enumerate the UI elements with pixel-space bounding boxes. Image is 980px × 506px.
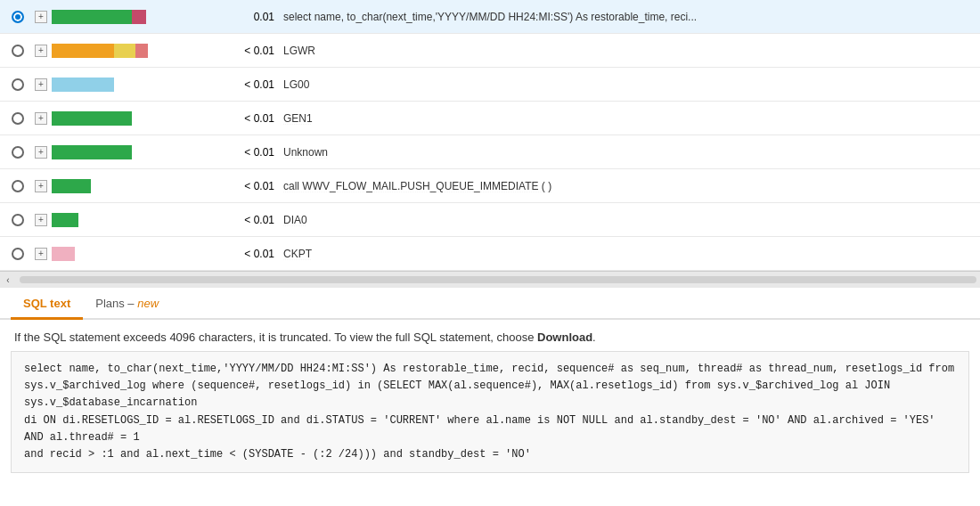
sql-cell: call WWV_FLOW_MAIL.PUSH_QUEUE_IMMEDIATE … <box>283 180 975 192</box>
bar-container <box>52 247 176 261</box>
bar-container <box>52 111 176 126</box>
bar-segment <box>52 247 75 261</box>
radio-button[interactable] <box>12 248 24 260</box>
bar-segment <box>52 10 132 24</box>
bar-cell <box>52 111 230 126</box>
value-cell: < 0.01 <box>230 248 283 260</box>
info-area: If the SQL statement exceeds 4096 charac… <box>0 320 980 351</box>
expand-icon[interactable]: + <box>35 45 47 57</box>
bar-container <box>52 44 176 58</box>
tab-plans[interactable]: Plans – new <box>83 290 171 320</box>
sql-cell: Unknown <box>283 146 975 159</box>
radio-button[interactable] <box>12 78 24 91</box>
bar-segment <box>135 44 148 58</box>
value-cell: < 0.01 <box>230 112 283 125</box>
radio-button[interactable] <box>12 112 24 125</box>
table-row[interactable]: +< 0.01DIA0 <box>0 203 980 237</box>
sql-code-line: and recid > :1 and al.next_time < (SYSDA… <box>24 446 956 463</box>
table-row[interactable]: +< 0.01LGWR <box>0 34 980 68</box>
expand-cell: + <box>30 214 52 226</box>
bar-container <box>52 213 176 227</box>
sql-cell: CKPT <box>283 248 975 260</box>
bar-segment <box>52 44 114 58</box>
bar-cell <box>52 247 230 261</box>
bar-container <box>52 145 176 159</box>
bar-segment <box>52 111 132 126</box>
value-cell: < 0.01 <box>230 180 283 192</box>
expand-icon[interactable]: + <box>35 112 47 125</box>
scrollbar-track[interactable] <box>20 276 976 283</box>
table-area: +0.01select name, to_char(next_time,'YYY… <box>0 0 980 272</box>
value-cell: 0.01 <box>230 11 283 23</box>
expand-icon[interactable]: + <box>35 78 47 91</box>
sql-code-line: di ON di.RESETLOGS_ID = al.RESETLOGS_ID … <box>24 412 956 446</box>
radio-button[interactable] <box>12 11 24 23</box>
bar-cell <box>52 44 230 58</box>
sql-cell: LG00 <box>283 78 975 91</box>
sql-code-line: sys.v_$archived_log where (sequence#, re… <box>24 378 956 412</box>
expand-cell: + <box>30 146 52 159</box>
expand-icon[interactable]: + <box>35 180 47 192</box>
radio-button[interactable] <box>12 180 24 192</box>
download-link[interactable]: Download <box>537 331 592 344</box>
tab-sql-text[interactable]: SQL text <box>11 290 83 320</box>
table-row[interactable]: +< 0.01CKPT <box>0 237 980 271</box>
bar-segment <box>114 44 135 58</box>
bar-cell <box>52 10 230 24</box>
sql-cell: DIA0 <box>283 214 975 226</box>
scroll-left-button[interactable]: ‹ <box>0 272 16 288</box>
bar-segment <box>52 145 132 159</box>
expand-icon[interactable]: + <box>35 214 47 226</box>
radio-cell <box>5 180 30 192</box>
expand-icon[interactable]: + <box>35 248 47 260</box>
expand-cell: + <box>30 11 52 23</box>
bar-segment <box>52 213 78 227</box>
value-cell: < 0.01 <box>230 45 283 57</box>
radio-cell <box>5 112 30 125</box>
info-message: If the SQL statement exceeds 4096 charac… <box>14 331 966 344</box>
table-row[interactable]: +< 0.01GEN1 <box>0 102 980 135</box>
expand-icon[interactable]: + <box>35 146 47 159</box>
table-row[interactable]: +< 0.01Unknown <box>0 135 980 169</box>
bar-segment <box>52 78 114 92</box>
value-cell: < 0.01 <box>230 146 283 159</box>
bar-cell <box>52 78 230 92</box>
sql-cell: LGWR <box>283 45 975 57</box>
radio-button[interactable] <box>12 214 24 226</box>
expand-cell: + <box>30 248 52 260</box>
new-badge: new <box>137 297 159 310</box>
bar-cell <box>52 179 230 193</box>
radio-button[interactable] <box>12 45 24 57</box>
expand-cell: + <box>30 78 52 91</box>
sql-cell: GEN1 <box>283 112 975 125</box>
radio-button[interactable] <box>12 146 24 159</box>
radio-cell <box>5 214 30 226</box>
bar-cell <box>52 145 230 159</box>
sql-code-area: select name, to_char(next_time,'YYYY/MM/… <box>11 351 969 473</box>
bar-cell <box>52 213 230 227</box>
value-cell: < 0.01 <box>230 78 283 91</box>
sql-code-line: select name, to_char(next_time,'YYYY/MM/… <box>24 361 956 378</box>
expand-icon[interactable]: + <box>35 11 47 23</box>
sql-cell: select name, to_char(next_time,'YYYY/MM/… <box>283 11 975 23</box>
expand-cell: + <box>30 45 52 57</box>
radio-cell <box>5 11 30 23</box>
table-row[interactable]: +< 0.01LG00 <box>0 68 980 102</box>
tabs-area: SQL textPlans – new <box>0 290 980 320</box>
radio-cell <box>5 78 30 91</box>
bar-segment <box>132 10 146 24</box>
bar-container <box>52 179 176 193</box>
radio-cell <box>5 248 30 260</box>
table-row[interactable]: +< 0.01call WWV_FLOW_MAIL.PUSH_QUEUE_IMM… <box>0 169 980 203</box>
value-cell: < 0.01 <box>230 214 283 226</box>
radio-cell <box>5 45 30 57</box>
radio-cell <box>5 146 30 159</box>
scrollbar-area[interactable]: ‹ <box>0 272 980 288</box>
expand-cell: + <box>30 180 52 192</box>
table-row[interactable]: +0.01select name, to_char(next_time,'YYY… <box>0 0 980 34</box>
expand-cell: + <box>30 112 52 125</box>
bar-container <box>52 78 176 92</box>
bar-segment <box>52 179 91 193</box>
bar-container <box>52 10 176 24</box>
